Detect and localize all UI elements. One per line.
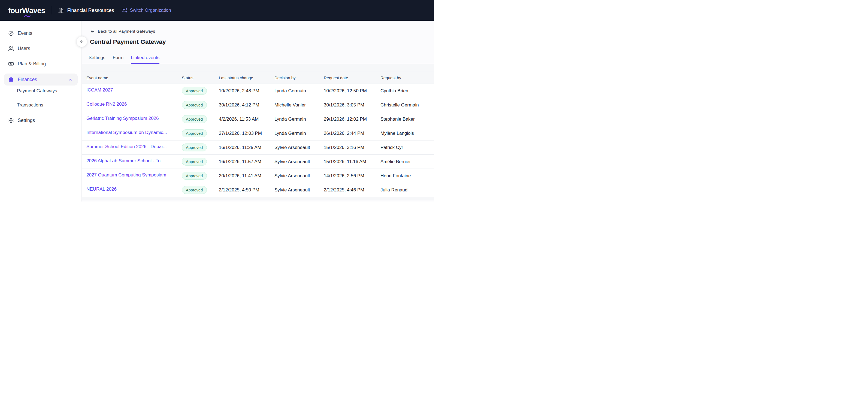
request-date-cell: 15/1/2026, 3:16 PM bbox=[324, 145, 380, 150]
organization-label: Financial Ressources bbox=[58, 7, 114, 13]
column-header-last-status-change: Last status change bbox=[219, 75, 274, 80]
table-header: Event name Status Last status change Dec… bbox=[82, 72, 434, 84]
table-bottom-spacer bbox=[82, 197, 434, 200]
gear-icon bbox=[8, 117, 14, 123]
request-date-cell: 15/1/2026, 11:16 AM bbox=[324, 159, 380, 165]
status-badge: Approved bbox=[182, 115, 207, 123]
event-link[interactable]: NEURAL 2026 bbox=[86, 187, 117, 192]
decision-by-cell: Lynda Germain bbox=[274, 116, 324, 122]
topbar-divider bbox=[51, 6, 51, 14]
last-status-change-cell: 20/1/2026, 11:41 AM bbox=[219, 173, 274, 179]
sidebar-item-finances[interactable]: Finances bbox=[4, 73, 78, 86]
sidebar-subitem-label: Transactions bbox=[17, 102, 43, 108]
table-body: ICCAM 2027 Approved 10/2/2026, 2:48 PM L… bbox=[82, 84, 434, 197]
sidebar-item-label: Plan & Billing bbox=[18, 61, 46, 67]
table-row: Summer School Edition 2026 - Depar... Ap… bbox=[82, 140, 434, 155]
switch-organization-button[interactable]: Switch Organization bbox=[122, 8, 171, 13]
sidebar-item-transactions[interactable]: Transactions bbox=[4, 100, 78, 110]
event-link[interactable]: International Symposium on Dynamic... bbox=[86, 130, 167, 135]
decision-by-cell: Sylvie Arseneault bbox=[274, 187, 324, 193]
topbar: fourWaves Financial Ressources Switch Or… bbox=[0, 0, 434, 21]
tab-linked-events[interactable]: Linked events bbox=[131, 52, 159, 64]
column-header-request-date: Request date bbox=[324, 75, 380, 80]
request-date-cell: 29/1/2026, 12:02 PM bbox=[324, 116, 380, 122]
last-status-change-cell: 16/1/2026, 11:25 AM bbox=[219, 145, 274, 150]
column-header-decision-by: Decision by bbox=[274, 75, 324, 80]
org-name: Financial Ressources bbox=[67, 8, 114, 13]
page-title: Central Payment Gateway bbox=[90, 38, 434, 45]
last-status-change-cell: 4/2/2026, 11:53 AM bbox=[219, 116, 274, 122]
event-link[interactable]: Colloque RN2 2026 bbox=[86, 102, 127, 107]
main-content: Back to all Payment Gateways Central Pay… bbox=[82, 21, 434, 201]
sidebar-item-label: Events bbox=[18, 31, 32, 36]
request-by-cell: Christelle Germain bbox=[380, 102, 434, 108]
table-top-spacer bbox=[82, 64, 434, 72]
status-badge: Approved bbox=[182, 87, 207, 95]
table-row: Geriatric Training Symposium 2026 Approv… bbox=[82, 112, 434, 126]
table-row: 2026 AlphaLab Summer School - To... Appr… bbox=[82, 155, 434, 169]
decision-by-cell: Sylvie Arseneault bbox=[274, 173, 324, 179]
chevron-up-icon[interactable] bbox=[68, 77, 73, 82]
back-to-payment-gateways-link[interactable]: Back to all Payment Gateways bbox=[82, 21, 434, 34]
request-by-cell: Henri Fontaine bbox=[380, 173, 434, 179]
decision-by-cell: Lynda Germain bbox=[274, 88, 324, 94]
decision-by-cell: Lynda Germain bbox=[274, 131, 324, 136]
request-date-cell: 14/1/2026, 2:56 PM bbox=[324, 173, 380, 179]
event-link[interactable]: Geriatric Training Symposium 2026 bbox=[86, 116, 159, 121]
column-header-event-name: Event name bbox=[86, 75, 182, 80]
shuffle-icon bbox=[122, 8, 127, 13]
status-badge: Approved bbox=[182, 143, 207, 152]
sidebar-item-payment-gateways[interactable]: Payment Gateways bbox=[4, 86, 78, 96]
logo-text-end: aves bbox=[29, 6, 45, 15]
table-row: NEURAL 2026 Approved 2/12/2025, 4:50 PM … bbox=[82, 183, 434, 197]
status-badge: Approved bbox=[182, 101, 207, 109]
decision-by-cell: Sylvie Arseneault bbox=[274, 159, 324, 165]
event-link[interactable]: 2026 AlphaLab Summer School - To... bbox=[86, 158, 164, 164]
request-by-cell: Stephanie Baker bbox=[380, 116, 434, 122]
request-by-cell: Amélie Bernier bbox=[380, 159, 434, 165]
decision-by-cell: Michelle Vanier bbox=[274, 102, 324, 108]
table-row: ICCAM 2027 Approved 10/2/2026, 2:48 PM L… bbox=[82, 84, 434, 98]
event-link[interactable]: 2027 Quantum Computing Symposiam bbox=[86, 172, 166, 178]
last-status-change-cell: 16/1/2026, 11:57 AM bbox=[219, 159, 274, 165]
sidebar-item-label: Users bbox=[18, 46, 30, 52]
tab-bar: Settings Form Linked events bbox=[82, 52, 434, 64]
bank-icon bbox=[8, 77, 14, 82]
request-by-cell: Mylène Langlois bbox=[380, 131, 434, 136]
table-row: Colloque RN2 2026 Approved 30/1/2026, 4:… bbox=[82, 98, 434, 112]
request-date-cell: 30/1/2026, 3:05 PM bbox=[324, 102, 380, 108]
status-badge: Approved bbox=[182, 172, 207, 180]
arrow-left-icon bbox=[80, 39, 84, 44]
event-link[interactable]: Summer School Edition 2026 - Depar... bbox=[86, 144, 167, 149]
decision-by-cell: Sylvie Arseneault bbox=[274, 145, 324, 150]
tab-settings[interactable]: Settings bbox=[89, 52, 105, 64]
sidebar-item-plan-billing[interactable]: Plan & Billing bbox=[4, 58, 78, 69]
last-status-change-cell: 30/1/2026, 4:12 PM bbox=[219, 102, 274, 108]
sidebar-subitem-label: Payment Gateways bbox=[17, 88, 57, 94]
sidebar-item-events[interactable]: Events bbox=[4, 28, 78, 39]
sidebar-item-label: Settings bbox=[18, 117, 35, 123]
table-row: 2027 Quantum Computing Symposiam Approve… bbox=[82, 169, 434, 183]
logo-text: four bbox=[8, 6, 22, 15]
sidebar-item-label: Finances bbox=[18, 77, 37, 82]
status-badge: Approved bbox=[182, 158, 207, 166]
back-link-label: Back to all Payment Gateways bbox=[98, 29, 155, 34]
last-status-change-cell: 10/2/2026, 2:48 PM bbox=[219, 88, 274, 94]
switch-label: Switch Organization bbox=[130, 8, 171, 13]
request-by-cell: Patrick Cyr bbox=[380, 145, 434, 150]
tab-form[interactable]: Form bbox=[113, 52, 123, 64]
logo-w: W bbox=[22, 6, 29, 15]
event-link[interactable]: ICCAM 2027 bbox=[86, 88, 113, 93]
status-badge: Approved bbox=[182, 186, 207, 194]
globe-icon bbox=[8, 31, 14, 36]
fourwaves-logo[interactable]: fourWaves bbox=[8, 6, 45, 15]
request-date-cell: 2/12/2025, 4:46 PM bbox=[324, 187, 380, 193]
sidebar-item-settings[interactable]: Settings bbox=[4, 115, 78, 126]
sidebar-collapse-button[interactable] bbox=[76, 36, 87, 47]
building-icon bbox=[58, 7, 64, 13]
sidebar-item-users[interactable]: Users bbox=[4, 43, 78, 54]
request-date-cell: 26/1/2026, 2:44 PM bbox=[324, 131, 380, 136]
request-by-cell: Cynthia Brien bbox=[380, 88, 434, 94]
table-row: International Symposium on Dynamic... Ap… bbox=[82, 126, 434, 140]
banknote-icon bbox=[8, 61, 14, 67]
